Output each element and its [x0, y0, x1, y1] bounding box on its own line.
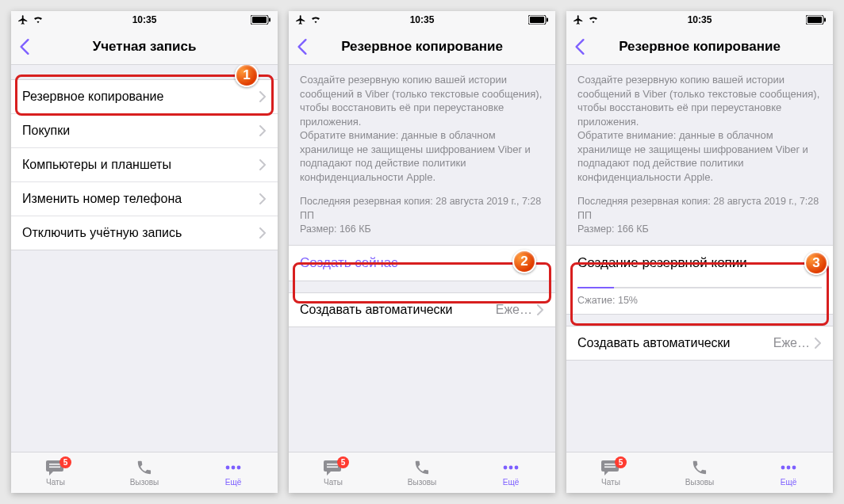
auto-backup-row[interactable]: Создавать автоматически Еже… [566, 326, 833, 361]
create-now-button[interactable]: Создать сейчас [289, 245, 555, 281]
page-title: Учетная запись [11, 39, 278, 55]
tab-bar: 5 Чаты Вызовы Ещё [289, 452, 555, 493]
chevron-right-icon [259, 125, 267, 136]
auto-backup-value: Еже… [496, 303, 532, 317]
page-title: Резервное копирование [566, 39, 833, 55]
chevron-right-icon [537, 304, 544, 315]
auto-backup-row[interactable]: Создавать автоматически Еже… [289, 292, 555, 327]
tab-label: Ещё [225, 478, 241, 487]
chats-icon: 5 [45, 459, 66, 476]
status-bar: 10:35 [566, 11, 833, 29]
tab-calls[interactable]: Вызовы [655, 452, 744, 493]
svg-rect-20 [604, 467, 616, 468]
tab-label: Вызовы [408, 478, 436, 487]
tab-label: Вызовы [130, 478, 159, 487]
tab-calls[interactable]: Вызовы [378, 452, 466, 493]
chats-icon: 5 [323, 459, 343, 476]
tab-label: Ещё [503, 478, 519, 487]
content-area: Резервное копирование Покупки Компьютеры… [11, 65, 278, 452]
item-deactivate[interactable]: Отключить учётную запись [11, 216, 278, 250]
creating-backup-title: Создание резервной копии [566, 246, 833, 281]
calls-icon [412, 459, 432, 476]
backup-description: Создайте резервную копию вашей истории с… [566, 65, 833, 190]
page-title: Резервное копирование [289, 39, 555, 55]
content-area: Создайте резервную копию вашей истории с… [289, 65, 555, 452]
chats-icon: 5 [600, 459, 621, 476]
backup-meta: Последняя резервная копия: 28 августа 20… [289, 190, 555, 245]
chats-badge: 5 [337, 456, 349, 468]
tab-more[interactable]: Ещё [744, 452, 833, 493]
item-change-phone[interactable]: Изменить номер телефона [11, 182, 278, 216]
auto-backup-label: Создавать автоматически [577, 336, 731, 350]
backup-meta: Последняя резервная копия: 28 августа 20… [566, 190, 833, 245]
svg-point-21 [781, 466, 785, 470]
svg-rect-11 [327, 464, 338, 465]
tab-label: Вызовы [685, 478, 714, 487]
nav-bar: Учетная запись [11, 29, 278, 65]
svg-rect-12 [327, 467, 338, 468]
tab-label: Чаты [46, 478, 65, 487]
progress-bar-fill [577, 287, 614, 288]
tab-chats[interactable]: 5 Чаты [566, 452, 655, 493]
backup-size-line: Размер: 166 КБ [300, 223, 544, 237]
item-label: Изменить номер телефона [22, 192, 182, 206]
svg-point-15 [515, 466, 519, 470]
svg-rect-19 [604, 464, 616, 465]
more-icon [223, 459, 244, 476]
calls-icon [134, 459, 155, 476]
chevron-right-icon [259, 91, 267, 102]
svg-point-13 [504, 466, 508, 470]
progress-bar [577, 287, 822, 288]
item-label: Компьютеры и планшеты [22, 158, 171, 172]
nav-bar: Резервное копирование [289, 29, 555, 65]
tab-bar: 5 Чаты Вызовы Ещё [11, 452, 278, 493]
svg-rect-4 [49, 467, 60, 468]
backup-description: Создайте резервную копию вашей истории с… [289, 65, 555, 190]
tab-chats[interactable]: 5 Чаты [289, 452, 378, 493]
auto-backup-label: Создавать автоматически [300, 303, 453, 317]
phone-screen-3: 10:35 Резервное копирование Создайте рез… [566, 11, 833, 493]
tab-label: Ещё [781, 478, 796, 487]
tab-label: Чаты [601, 478, 620, 487]
last-backup-line: Последняя резервная копия: 28 августа 20… [300, 195, 544, 223]
creating-backup-block: Создание резервной копии Сжатие: 15% [566, 245, 833, 315]
last-backup-line: Последняя резервная копия: 28 августа 20… [577, 195, 822, 223]
svg-point-5 [226, 466, 230, 470]
tab-bar: 5 Чаты Вызовы Ещё [566, 452, 833, 493]
tab-chats[interactable]: 5 Чаты [11, 452, 100, 493]
tab-more[interactable]: Ещё [466, 452, 555, 493]
item-label: Резервное копирование [22, 90, 163, 104]
status-time: 10:35 [11, 14, 278, 25]
phone-screen-2: 10:35 Резервное копирование Создайте рез… [289, 11, 555, 493]
progress-label: Сжатие: 15% [577, 295, 638, 306]
chevron-right-icon [815, 338, 822, 349]
item-computers-tablets[interactable]: Компьютеры и планшеты [11, 148, 278, 182]
progress-row: Сжатие: 15% [566, 281, 833, 315]
more-icon [501, 459, 521, 476]
calls-icon [689, 459, 710, 476]
svg-point-23 [792, 466, 796, 470]
svg-point-14 [509, 466, 513, 470]
tab-label: Чаты [324, 478, 343, 487]
tab-more[interactable]: Ещё [189, 452, 278, 493]
status-bar: 10:35 [11, 11, 278, 29]
item-backup[interactable]: Резервное копирование [11, 80, 278, 114]
more-icon [778, 459, 799, 476]
backup-size-line: Размер: 166 КБ [577, 223, 822, 237]
tab-calls[interactable]: Вызовы [100, 452, 189, 493]
status-time: 10:35 [566, 14, 833, 25]
status-time: 10:35 [289, 14, 555, 25]
content-area: Создайте резервную копию вашей истории с… [566, 65, 833, 452]
chats-badge: 5 [615, 456, 627, 468]
phone-screen-1: 10:35 Учетная запись Резервное копирован… [11, 11, 278, 493]
auto-backup-value: Еже… [773, 336, 810, 350]
item-purchases[interactable]: Покупки [11, 114, 278, 148]
svg-point-7 [237, 466, 241, 470]
svg-point-6 [232, 466, 236, 470]
chevron-right-icon [259, 159, 267, 170]
chats-badge: 5 [59, 456, 71, 468]
settings-list: Резервное копирование Покупки Компьютеры… [11, 79, 278, 250]
chevron-right-icon [259, 193, 267, 204]
svg-point-22 [787, 466, 791, 470]
chevron-right-icon [259, 227, 267, 239]
